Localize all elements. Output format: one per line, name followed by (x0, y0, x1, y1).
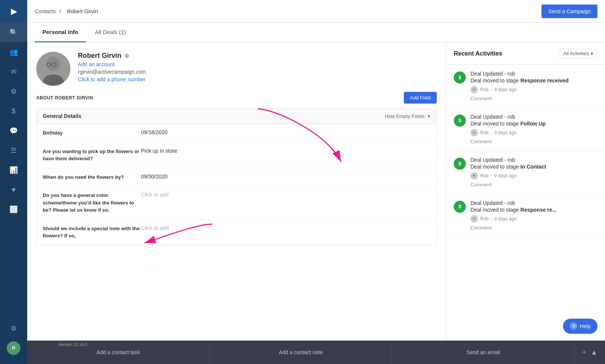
filter-label: All Activities (563, 51, 589, 56)
activity-author-avatar-1: R (470, 129, 478, 136)
field-label-color-scheme: Do you have a general color scheme/theme… (43, 192, 141, 214)
hide-empty-toggle[interactable]: Hide Empty Fields ▾ (385, 113, 430, 119)
activity-item-3: $ Deal Updated - rob Deal moved to stage… (446, 194, 605, 237)
sidebar-item-settings[interactable]: ⚙ (0, 319, 27, 338)
field-value-flowers-pickup[interactable]: Pick up in store (141, 148, 430, 154)
sidebar-item-deals[interactable]: $ (0, 101, 27, 121)
tab-all-deals[interactable]: All Deals (1) (87, 23, 133, 42)
sidebar: ▶ 🔍 👥 ✉ ⚙ $ 💬 ☰ 📊 ♥ ⬜ ⚙ R (0, 0, 27, 364)
sidebar-item-lists[interactable]: ☰ (0, 141, 27, 160)
breadcrumb-separator: / (59, 8, 61, 14)
deals-icon: $ (12, 107, 16, 115)
filter-chevron-icon: ▾ (591, 51, 593, 56)
field-value-birthday[interactable]: 09/16/2020 (141, 129, 430, 135)
content-area: Robert Girvin ⚙ Add an account rgirvin@a… (27, 43, 605, 341)
field-flowers-date: When do you need the flowers by? 09/30/2… (37, 168, 436, 187)
sidebar-item-conversations[interactable]: 💬 (0, 121, 27, 141)
sidebar-item-goals[interactable]: ♥ (0, 180, 27, 200)
field-label-flowers-date: When do you need the flowers by? (43, 173, 141, 181)
activity-author-0: Rob (480, 87, 489, 92)
activity-meta-1: R Rob · 9 days ago (470, 129, 597, 136)
breadcrumb-root[interactable]: Contacts (35, 8, 56, 14)
activity-meta-3: R Rob · 9 days ago (470, 215, 597, 223)
activity-time-0: 9 days ago (494, 87, 517, 92)
activity-time-3: 9 days ago (494, 216, 517, 221)
field-color-scheme: Do you have a general color scheme/theme… (37, 186, 436, 220)
activity-comment-1[interactable]: Comment (470, 139, 597, 144)
sidebar-item-mail[interactable]: ✉ (0, 62, 27, 82)
add-account-link[interactable]: Add an account (78, 61, 146, 67)
right-panel: Recent Activities All Activities ▾ $ Dea… (446, 43, 605, 341)
tab-personal-info[interactable]: Personal Info (35, 23, 86, 42)
sidebar-item-pages[interactable]: ⬜ (0, 200, 27, 219)
activity-comment-0[interactable]: Comment (470, 96, 597, 101)
field-label-special-note: Should we include a special note with th… (43, 225, 141, 240)
stage-name-2: In Contact (520, 164, 546, 170)
stage-name-3: Response re... (520, 207, 557, 213)
version-label: Version 10,16,0 (58, 342, 87, 347)
field-label-flowers-pickup: Are you wanting to pick up the flowers o… (43, 148, 141, 163)
reports-icon: 📊 (9, 166, 18, 174)
activity-title-2: Deal Updated - rob (470, 157, 597, 163)
conversations-icon: 💬 (9, 127, 18, 135)
contact-avatar (36, 52, 70, 86)
stage-name-1: Follow Up (520, 121, 546, 127)
contacts-icon: 👥 (9, 48, 18, 56)
add-contact-task-label: Add a contact task (96, 349, 140, 355)
activity-author-1: Rob (480, 130, 489, 135)
activity-deal-icon-3: $ (454, 201, 466, 213)
right-panel-header: Recent Activities All Activities ▾ (446, 43, 605, 65)
profile-gear-icon[interactable]: ⚙ (124, 53, 129, 59)
plus-icon[interactable]: + (582, 349, 586, 356)
activity-stage-2: Deal moved to stage In Contact (470, 164, 597, 170)
activity-author-avatar-0: R (470, 86, 478, 93)
activity-time-2: 9 days ago (494, 173, 517, 178)
recent-activities-title: Recent Activities (454, 50, 502, 57)
add-contact-note-label: Add a contact note (279, 349, 323, 355)
automations-icon: ⚙ (11, 87, 17, 96)
activity-comment-3[interactable]: Comment (470, 225, 597, 231)
add-contact-task-button[interactable]: Version 10,16,0 Add a contact task (27, 341, 210, 364)
sidebar-item-contacts[interactable]: 👥 (0, 42, 27, 62)
field-birthday: Birthday 09/16/2020 (37, 124, 436, 143)
send-email-button[interactable]: Send an email (392, 341, 575, 364)
field-value-color-scheme[interactable]: Click to add (141, 192, 430, 198)
avatar-placeholder (36, 52, 70, 86)
activity-comment-2[interactable]: Comment (470, 182, 597, 187)
field-flowers-pickup: Are you wanting to pick up the flowers o… (37, 143, 436, 168)
activity-stage-3: Deal moved to stage Response re... (470, 207, 597, 213)
chevron-down-icon: ▾ (428, 113, 430, 119)
activities-filter-dropdown[interactable]: All Activities ▾ (559, 49, 597, 58)
general-details-card: General Details Hide Empty Fields ▾ Birt… (36, 108, 437, 245)
topbar: Contacts / Robert Girvin Send a Campaign (27, 0, 605, 23)
activity-item-0: $ Deal Updated - rob Deal moved to stage… (446, 65, 605, 108)
sidebar-item-reports[interactable]: 📊 (0, 160, 27, 180)
sidebar-item-automations[interactable]: ⚙ (0, 82, 27, 101)
sidebar-item-search[interactable]: 🔍 (0, 23, 27, 42)
send-campaign-button[interactable]: Send a Campaign (541, 5, 597, 18)
profile-info: Robert Girvin ⚙ Add an account rgirvin@a… (78, 52, 146, 82)
pages-icon: ⬜ (9, 205, 18, 214)
add-field-button[interactable]: Add Field (404, 92, 437, 104)
details-header: General Details Hide Empty Fields ▾ (37, 108, 436, 124)
lists-icon: ☰ (11, 146, 17, 155)
sidebar-logo[interactable]: ▶ (0, 0, 27, 23)
help-button[interactable]: ? Help (563, 319, 597, 334)
field-value-special-note[interactable]: Click to add (141, 225, 430, 231)
activity-meta-0: R Rob · 9 days ago (470, 86, 597, 93)
field-value-flowers-date[interactable]: 09/30/2020 (141, 173, 430, 180)
activity-item-1: $ Deal Updated - rob Deal moved to stage… (446, 108, 605, 151)
add-contact-note-button[interactable]: Add a contact note (210, 341, 392, 364)
chevron-up-icon[interactable]: ▲ (591, 349, 597, 356)
activity-separator-3: · (491, 216, 492, 221)
activity-deal-icon-1: $ (454, 115, 466, 127)
settings-icon: ⚙ (11, 324, 17, 333)
activity-body-1: Deal Updated - rob Deal moved to stage F… (470, 114, 597, 144)
activity-title-1: Deal Updated - rob (470, 114, 597, 120)
stage-name-0: Response received (520, 77, 569, 84)
activity-body-2: Deal Updated - rob Deal moved to stage I… (470, 157, 597, 187)
activity-time-1: 9 days ago (494, 130, 517, 135)
add-phone-link[interactable]: Click to add a phone number (78, 76, 146, 82)
user-avatar[interactable]: R (7, 341, 20, 355)
activity-stage-0: Deal moved to stage Response received (470, 77, 597, 84)
